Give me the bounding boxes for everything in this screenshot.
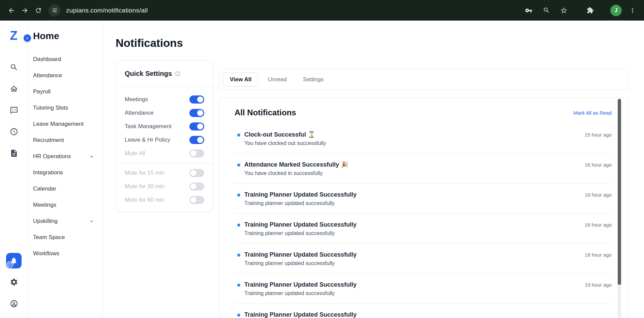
tab[interactable]: View All	[223, 73, 258, 87]
toggle-label: Mute for 15 min	[125, 170, 164, 176]
rail-home-button[interactable]	[7, 82, 21, 95]
notification-item[interactable]: Attendance Marked Successfully 🎉 You hav…	[235, 153, 612, 183]
sidebar-item-label: Dashboard	[33, 56, 61, 63]
document-icon	[10, 149, 18, 157]
profile-avatar[interactable]: J	[610, 5, 622, 16]
sidebar-item[interactable]: Recruitment	[28, 132, 102, 148]
toggle-row: Attendance	[125, 106, 204, 120]
notification-title: Attendance Marked Successfully 🎉	[244, 161, 585, 168]
sidebar-item-label: Integrations	[33, 169, 63, 176]
rail-settings-button[interactable]	[7, 275, 21, 289]
sidebar-item[interactable]: Meetings	[28, 197, 102, 213]
rail-tasks-button[interactable]	[7, 146, 21, 160]
rail-profile-button[interactable]	[7, 297, 21, 310]
unread-dot-icon	[237, 164, 240, 167]
sidebar-item-label: Calendar	[33, 185, 56, 192]
info-icon[interactable]	[175, 71, 181, 77]
sidebar-item[interactable]: Calendar	[28, 181, 102, 197]
sidebar-item-label: Meetings	[33, 202, 56, 208]
quick-settings-toggles: Meetings Attendance Task Management	[116, 87, 213, 160]
address-bar[interactable]: zupians.com/notifications/all	[66, 7, 148, 14]
rail-search-button[interactable]	[7, 60, 21, 74]
back-button[interactable]	[5, 4, 18, 17]
toggle-row: Task Management	[125, 120, 204, 133]
toggle-switch[interactable]	[189, 95, 204, 104]
forward-button[interactable]	[18, 4, 32, 17]
browser-menu-button[interactable]	[626, 4, 639, 17]
reload-button[interactable]	[32, 4, 45, 17]
chat-icon	[10, 106, 18, 115]
rail-chat-button[interactable]	[7, 104, 21, 117]
sidebar-item[interactable]: Tutoring Slots	[28, 100, 102, 116]
notification-title: Training Planner Updated Successfully	[244, 251, 585, 258]
mark-all-as-read-link[interactable]: Mark All as Read	[574, 110, 612, 116]
notification-subtitle: Training planner updated successfully	[244, 200, 585, 206]
sidebar-collapse-button[interactable]	[23, 34, 32, 42]
notification-time: 18 hour ago	[585, 192, 612, 198]
clock-icon	[10, 127, 18, 136]
notification-count-badge: 27	[7, 261, 13, 268]
rail-notifications-button[interactable]: 27	[6, 253, 22, 268]
unread-dot-icon	[237, 254, 240, 257]
settings-gear-icon	[10, 278, 18, 286]
unread-dot-icon	[237, 314, 240, 317]
sidebar-item-label: Attendance	[33, 72, 62, 79]
scrollbar-thumb[interactable]	[618, 99, 621, 285]
notification-subtitle: Training planner updated successfully	[244, 230, 585, 236]
notification-item[interactable]: Training Planner Updated Successfully Tr…	[235, 183, 612, 213]
password-manager-button[interactable]	[522, 4, 535, 17]
sidebar-item[interactable]: Upskilling	[28, 213, 102, 229]
notification-list: Clock-out Successful ⌛ You have clocked …	[235, 123, 612, 318]
notification-item[interactable]: Training Planner Updated Successfully Tr…	[235, 273, 612, 303]
site-info-button[interactable]	[49, 4, 61, 17]
tab[interactable]: Unread	[262, 73, 293, 87]
notification-title: Training Planner Updated Successfully	[244, 221, 585, 228]
tab[interactable]: Settings	[297, 73, 330, 87]
rail-clock-button[interactable]	[7, 125, 21, 138]
toggle-label: Mute All	[125, 150, 145, 157]
sidebar-item[interactable]: Payroll	[28, 84, 102, 100]
notification-item[interactable]: Training Planner Updated Successfully Tr…	[235, 213, 612, 243]
bookmark-button[interactable]	[557, 4, 571, 17]
sidebar-item[interactable]: Leave Management	[28, 116, 102, 132]
sidebar-item-label: Recruitment	[33, 137, 64, 144]
notifications-panel: All Notifications Mark All as Read Clock…	[219, 97, 629, 318]
toggle-switch[interactable]	[189, 149, 204, 157]
toggle-switch[interactable]	[189, 182, 204, 191]
toggle-row: Meetings	[125, 93, 204, 106]
page-title: Notifications	[116, 37, 183, 50]
toggle-label: Attendance	[125, 110, 154, 116]
notification-time: 19 hour ago	[585, 282, 612, 288]
sidebar-title: Home	[33, 31, 59, 41]
sidebar-item[interactable]: Attendance	[28, 67, 102, 84]
notification-item[interactable]: Clock-out Successful ⌛ You have clocked …	[235, 123, 612, 153]
unread-dot-icon	[237, 134, 240, 137]
toggle-row: Mute for 30 min	[125, 180, 204, 193]
notification-title: Training Planner Updated Successfully	[244, 281, 585, 288]
notification-time: 15 hour ago	[585, 132, 612, 138]
notification-title: Training Planner Updated Successfully	[244, 311, 612, 318]
notification-time: 18 hour ago	[585, 222, 612, 228]
notification-time: 18 hour ago	[585, 252, 612, 258]
sidebar: Home Dashboard Attendance Payroll	[28, 21, 103, 318]
sidebar-item-label: HR Operations	[33, 153, 71, 160]
notification-subtitle: Training planner updated successfully	[244, 260, 585, 266]
sidebar-item[interactable]: HR Operations	[28, 148, 102, 165]
toggle-switch[interactable]	[189, 136, 204, 144]
toggle-switch[interactable]	[189, 196, 204, 204]
toggle-switch[interactable]	[189, 109, 204, 117]
notification-item[interactable]: Training Planner Updated Successfully Tr…	[235, 243, 612, 273]
sidebar-item[interactable]: Workflows	[28, 245, 102, 262]
extensions-button[interactable]	[583, 4, 597, 17]
toggle-row: Leave & Hr Policy	[125, 133, 204, 147]
sidebar-item[interactable]: Dashboard	[28, 51, 102, 67]
toggle-switch[interactable]	[189, 169, 204, 177]
sidebar-item[interactable]: Team Space	[28, 229, 102, 245]
notification-item[interactable]: Training Planner Updated Successfully	[235, 303, 612, 318]
sidebar-item[interactable]: Integrations	[28, 165, 102, 181]
extensions-puzzle-icon	[587, 7, 594, 14]
quick-settings-title: Quick Settings	[125, 70, 172, 78]
browser-chrome: zupians.com/notifications/all J	[0, 0, 644, 21]
zoom-button[interactable]	[540, 4, 553, 17]
toggle-switch[interactable]	[189, 122, 204, 131]
